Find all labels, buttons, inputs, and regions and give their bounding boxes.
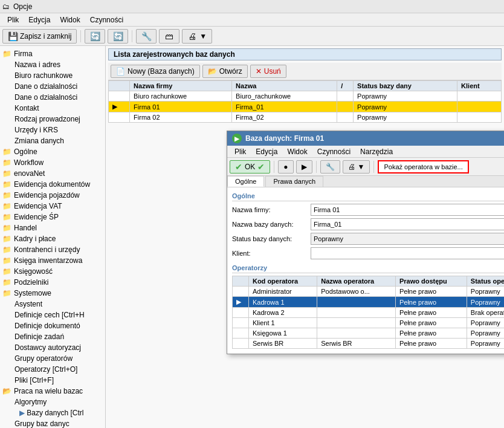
- operator-row[interactable]: Administrator Podstawowo o... Pełne praw…: [233, 287, 505, 297]
- row-status: Poprawny: [354, 91, 457, 102]
- sidebar-group-ksiega[interactable]: 📁 Księga inwentarzowa: [0, 255, 105, 266]
- view-button[interactable]: 🗃: [159, 29, 179, 44]
- sidebar-group-podzielniki[interactable]: 📁 Podzielniki: [0, 277, 105, 288]
- row-dbname: Firma_01: [232, 102, 337, 112]
- table-row[interactable]: ▶ Firma 01 Firma_01 Poprawny: [109, 102, 502, 112]
- sidebar-group-systemowe[interactable]: 📁 Systemowe: [0, 288, 105, 299]
- print-button[interactable]: 🖨 ▼: [182, 29, 212, 44]
- modal-print-icon: 🖨: [348, 163, 355, 171]
- operator-row[interactable]: Klient 1 Pełne prawo Poprawny: [233, 318, 505, 328]
- sidebar-item-defcech[interactable]: Definicje cech [Ctrl+H: [0, 310, 105, 320]
- view-icon: 🗃: [164, 31, 174, 41]
- sidebar-item-defdok[interactable]: Definicje dokumentó: [0, 320, 105, 331]
- content-area: Lista zarejestrowanych baz danych 📄 Nowy…: [106, 46, 504, 428]
- sidebar-group-ogolne[interactable]: 📁 Ogólne: [0, 146, 105, 157]
- operator-row[interactable]: Serwis BR Serwis BR Pełne prawo Poprawny: [233, 339, 505, 349]
- sidebar-item-pliki[interactable]: Pliki [Ctrl+F]: [0, 375, 105, 386]
- db-status-row: Status bazy danych:: [232, 233, 504, 245]
- tab-prawa[interactable]: Prawa danych: [265, 176, 323, 187]
- save-close-button[interactable]: 💾 Zapisz i zamknij: [2, 29, 77, 44]
- modal-refresh1-icon: ●: [283, 163, 288, 171]
- modal-menu-widok[interactable]: Widok: [282, 146, 312, 157]
- table-row[interactable]: Biuro rachunkowe Biuro_rachunkowe Popraw…: [109, 91, 502, 102]
- folder-icon: 📁: [2, 50, 11, 58]
- sidebar-group-handel[interactable]: 📁 Handel: [0, 222, 105, 233]
- toolbar-separator2: [132, 30, 132, 42]
- op-arrow: ▶: [233, 297, 249, 308]
- sidebar-group-kontrahenci[interactable]: 📁 Kontrahenci i urzędy: [0, 244, 105, 255]
- table-row[interactable]: Firma 02 Firma_02 Poprawny: [109, 112, 502, 123]
- modal-refresh1-button[interactable]: ●: [278, 160, 293, 173]
- operator-row[interactable]: Kadrowa 2 Pełne prawo Brak operatora w b…: [233, 308, 505, 318]
- modal-wrench-icon: 🔧: [326, 163, 335, 171]
- show-operator-button[interactable]: Pokaż operatora w bazie...: [378, 160, 468, 173]
- sidebar-group-enovanet[interactable]: 📁 enovaNet: [0, 168, 105, 179]
- delete-button[interactable]: ✕ Usuń: [250, 65, 286, 78]
- sidebar-group-ewidpoj[interactable]: 📁 Ewidencja pojazdów: [0, 190, 105, 201]
- sidebar-group-firma[interactable]: 📁 Firma: [0, 48, 105, 59]
- sidebar-group-podzielniki-label: Podzielniki: [14, 278, 48, 287]
- row-arrow: [109, 112, 130, 123]
- menu-plik[interactable]: Plik: [2, 15, 24, 25]
- sidebar-group-praca-label: Praca na wielu bazac: [14, 387, 83, 395]
- modal-menu-narzedzia[interactable]: Narzędzia: [355, 146, 398, 157]
- op-access: Pełne prawo: [395, 318, 467, 328]
- db-name-input[interactable]: [311, 218, 504, 230]
- sidebar-item-nazwa[interactable]: Nazwa i adres: [0, 59, 105, 70]
- row-company: Biuro rachunkowe: [130, 91, 232, 102]
- sidebar-group-ewidsp[interactable]: 📁 Ewidencje ŚP: [0, 212, 105, 222]
- sidebar-group-ewiddok[interactable]: 📁 Ewidencja dokumentów: [0, 179, 105, 190]
- sidebar-item-bazy[interactable]: ▶ Bazy danych [Ctrl: [0, 407, 105, 418]
- new-database-button[interactable]: 📄 Nowy (Baza danych): [111, 65, 200, 78]
- sidebar-item-kontakt[interactable]: Kontakt: [0, 103, 105, 114]
- refresh-button[interactable]: 🔄: [85, 29, 105, 44]
- modal-menu-czynnosci[interactable]: Czynności: [312, 146, 355, 157]
- ok-button[interactable]: ✔ OK ✔: [230, 160, 270, 173]
- company-name-input[interactable]: [311, 204, 504, 216]
- sidebar-item-urzedy[interactable]: Urzędy i KRS: [0, 125, 105, 135]
- sidebar-item-zmiana[interactable]: Zmiana danych: [0, 135, 105, 146]
- row-arrow: [109, 91, 130, 102]
- sidebar-item-dost[interactable]: Dostawcy autoryzacj: [0, 342, 105, 353]
- modal-settings-button[interactable]: 🔧: [320, 160, 340, 173]
- sidebar-item-defzad[interactable]: Definicje zadań: [0, 331, 105, 342]
- sidebar-item-asystent[interactable]: Asystent: [0, 299, 105, 310]
- op-col-code: Kod operatora: [248, 276, 317, 287]
- tab-ogolne[interactable]: Ogólne: [227, 176, 264, 187]
- sidebar-group-praca[interactable]: 📂 Praca na wielu bazac: [0, 386, 105, 397]
- sidebar-item-grupy-baz[interactable]: Grupy baz danyc: [0, 418, 105, 428]
- sidebar-item-grupy[interactable]: Grupy operatorów: [0, 353, 105, 364]
- client-select[interactable]: [311, 247, 504, 259]
- modal-menu-edycja[interactable]: Edycja: [251, 146, 282, 157]
- operator-row[interactable]: ▶ Kadrowa 1 Pełne prawo Poprawny: [233, 297, 505, 308]
- sidebar-item-rodzaj[interactable]: Rodzaj prowadzonej: [0, 114, 105, 125]
- sidebar-item-dane1[interactable]: Dane o działalności: [0, 81, 105, 92]
- sidebar-group-ksiegowosc[interactable]: 📁 Księgowość: [0, 266, 105, 277]
- sidebar-group-workflow[interactable]: 📁 Workflow: [0, 157, 105, 168]
- menu-czynnosci[interactable]: Czynności: [85, 15, 128, 25]
- menu-widok[interactable]: Widok: [55, 15, 85, 25]
- sidebar-item-biuro[interactable]: Biuro rachunkowe: [0, 70, 105, 81]
- modal-refresh2-button[interactable]: ▶: [296, 160, 312, 173]
- sidebar-group-ewidvat[interactable]: 📁 Ewidencja VAT: [0, 201, 105, 212]
- operator-row[interactable]: Księgowa 1 Pełne prawo Poprawny: [233, 328, 505, 339]
- title-bar-text: Opcje: [13, 2, 32, 11]
- menu-edycja[interactable]: Edycja: [24, 15, 55, 25]
- sidebar-group-kadry[interactable]: 📁 Kadry i płace: [0, 233, 105, 244]
- sidebar-group-ewidpoj-label: Ewidencja pojazdów: [14, 191, 80, 199]
- sidebar-item-algorytmy[interactable]: Algorytmy: [0, 397, 105, 407]
- refresh2-button[interactable]: 🔄: [108, 29, 128, 44]
- wrench-icon: 🔧: [141, 31, 151, 41]
- sidebar-item-dane2[interactable]: Dane o działalności: [0, 92, 105, 103]
- title-bar: 🗂 Opcje: [0, 0, 504, 13]
- op-arrow: [233, 287, 249, 297]
- databases-table: Nazwa firmy Nazwa / Status bazy dany Kli…: [108, 80, 502, 123]
- settings-button[interactable]: 🔧: [136, 29, 157, 44]
- sidebar-item-operatorzy[interactable]: Operatorzy [Ctrl+O]: [0, 364, 105, 375]
- modal-menu-plik[interactable]: Plik: [230, 146, 251, 157]
- modal-dialog: ▶ Baza danych: Firma 01 ─ □ ✕ Plik Edycj…: [227, 131, 504, 354]
- op-name: [317, 328, 396, 339]
- row-sep: [337, 112, 354, 123]
- modal-print-button[interactable]: 🖨 ▼: [343, 160, 370, 173]
- open-button[interactable]: 📂 Otwórz: [202, 65, 248, 78]
